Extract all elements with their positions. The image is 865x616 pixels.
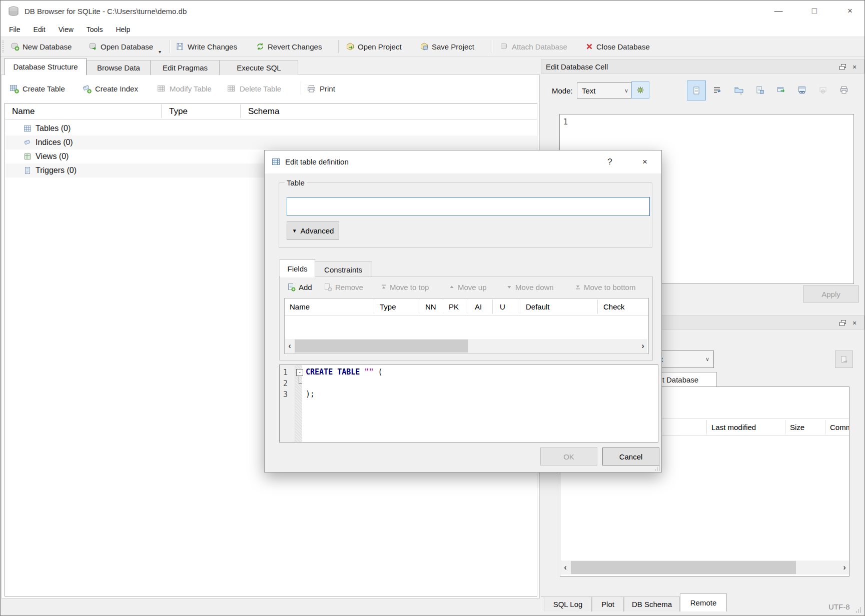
dialog-close-icon[interactable]: × — [637, 154, 652, 170]
minimize-icon[interactable]: — — [770, 4, 787, 18]
advanced-button[interactable]: ▼ Advanced — [287, 222, 339, 240]
column-divider[interactable] — [492, 300, 493, 314]
tree-item-indices[interactable]: Indices (0) — [6, 136, 537, 150]
column-divider[interactable] — [161, 104, 162, 118]
column-divider[interactable] — [420, 300, 420, 314]
scroll-right-icon[interactable]: › — [638, 339, 647, 353]
remove-field-button[interactable]: Remove — [324, 280, 363, 294]
field-column-check[interactable]: Check — [603, 298, 625, 315]
tab-constraints[interactable]: Constraints — [314, 262, 372, 278]
dialog-resize-grip[interactable] — [654, 464, 661, 472]
fields-horizontal-scrollbar[interactable]: ‹ › — [285, 339, 647, 353]
field-column-ai[interactable]: AI — [475, 298, 482, 315]
column-commit[interactable]: Comm — [830, 419, 849, 436]
field-column-pk[interactable]: PK — [449, 298, 459, 315]
tree-item-tables[interactable]: Tables (0) — [6, 122, 537, 136]
attach-database-button[interactable]: Attach Database — [500, 37, 567, 56]
table-name-input[interactable] — [287, 197, 650, 216]
float-panel-icon[interactable] — [837, 62, 847, 72]
column-divider[interactable] — [443, 300, 443, 314]
move-down-button[interactable]: Move down — [506, 280, 554, 294]
auto-switch-mode-button[interactable] — [631, 82, 649, 98]
menu-help[interactable]: Help — [116, 26, 130, 34]
menu-view[interactable]: View — [59, 26, 74, 34]
scrollbar-thumb[interactable] — [295, 340, 468, 352]
close-panel-icon[interactable]: × — [849, 62, 859, 72]
text-mode-button[interactable] — [687, 80, 706, 100]
column-divider[interactable] — [597, 300, 598, 314]
help-icon[interactable]: ? — [602, 154, 617, 170]
move-to-top-button[interactable]: Move to top — [381, 280, 429, 294]
tree-column-type[interactable]: Type — [169, 104, 188, 119]
move-up-button[interactable]: Move up — [449, 280, 487, 294]
column-divider[interactable] — [825, 420, 825, 434]
column-size[interactable]: Size — [790, 419, 804, 436]
push-database-button[interactable] — [835, 350, 853, 368]
column-divider[interactable] — [468, 300, 468, 314]
tab-database-structure[interactable]: Database Structure — [5, 58, 87, 75]
maximize-icon[interactable]: □ — [806, 4, 823, 18]
word-wrap-button[interactable] — [708, 80, 726, 100]
sql-preview-editor[interactable]: 1 2 3 - CREATE TABLE "" ( ); — [279, 364, 658, 442]
toolbar-grip[interactable] — [3, 40, 5, 52]
scroll-left-icon[interactable]: ‹ — [285, 339, 294, 353]
remote-horizontal-scrollbar[interactable]: ‹ › — [561, 560, 849, 574]
write-changes-button[interactable]: Write Changes — [176, 37, 237, 56]
close-panel-icon[interactable]: × — [849, 318, 859, 328]
tab-fields[interactable]: Fields — [280, 259, 315, 278]
tab-db-schema[interactable]: DB Schema — [624, 596, 680, 612]
create-table-button[interactable]: Create Table — [10, 78, 65, 98]
field-column-default[interactable]: Default — [526, 298, 550, 315]
add-field-button[interactable]: Add — [287, 280, 312, 294]
column-last-modified[interactable]: Last modified — [711, 419, 756, 436]
delete-table-button[interactable]: Delete Table — [227, 78, 281, 98]
scroll-right-icon[interactable]: › — [840, 560, 849, 574]
column-divider[interactable] — [706, 420, 707, 434]
export-text-button[interactable] — [751, 80, 769, 100]
set-null-button[interactable] — [814, 80, 832, 100]
menu-file[interactable]: File — [9, 26, 21, 34]
scrollbar-thumb[interactable] — [571, 561, 796, 574]
field-column-nn[interactable]: NN — [425, 298, 436, 315]
open-in-external-button[interactable] — [772, 80, 790, 100]
save-project-button[interactable]: Save Project — [420, 37, 474, 56]
apply-button[interactable]: Apply — [803, 286, 859, 302]
menu-tools[interactable]: Tools — [87, 26, 103, 34]
open-project-button[interactable]: Open Project — [346, 37, 402, 56]
field-column-type[interactable]: Type — [380, 298, 396, 315]
tab-remote[interactable]: Remote — [680, 594, 727, 612]
tab-browse-data[interactable]: Browse Data — [87, 60, 151, 75]
fold-marker-icon[interactable]: - — [296, 369, 303, 376]
float-panel-icon[interactable] — [837, 318, 847, 328]
print-cell-button[interactable] — [835, 80, 853, 100]
tab-sql-log[interactable]: SQL Log — [544, 596, 592, 612]
modify-table-button[interactable]: Modify Table — [157, 78, 212, 98]
new-database-button[interactable]: New Database — [11, 37, 72, 56]
menu-edit[interactable]: Edit — [34, 26, 46, 34]
import-text-button[interactable] — [729, 80, 749, 100]
close-database-button[interactable]: Close Database — [585, 37, 650, 56]
column-divider[interactable] — [374, 300, 374, 314]
tab-execute-sql[interactable]: Execute SQL — [220, 60, 298, 75]
column-divider[interactable] — [520, 300, 520, 314]
scroll-left-icon[interactable]: ‹ — [561, 560, 570, 574]
mode-combobox[interactable]: Text ∨ — [577, 82, 633, 98]
open-database-button[interactable]: Open Database — [89, 37, 153, 56]
ok-button[interactable]: OK — [540, 448, 597, 466]
edit-cell-dock-header[interactable]: Edit Database Cell × — [541, 60, 864, 74]
cancel-button[interactable]: Cancel — [602, 448, 659, 466]
open-database-dropdown-icon[interactable]: ▾ — [159, 49, 161, 54]
move-to-bottom-button[interactable]: Move to bottom — [575, 280, 635, 294]
column-divider[interactable] — [240, 104, 241, 118]
create-index-button[interactable]: Create Index — [82, 78, 138, 98]
print-button[interactable]: Print — [307, 78, 335, 98]
tree-column-schema[interactable]: Schema — [248, 104, 279, 119]
window-resize-grip[interactable] — [855, 606, 862, 614]
tab-edit-pragmas[interactable]: Edit Pragmas — [151, 60, 220, 75]
field-column-name[interactable]: Name — [290, 298, 310, 315]
field-column-u[interactable]: U — [500, 298, 505, 315]
tree-column-name[interactable]: Name — [12, 104, 35, 119]
link-data-button[interactable] — [793, 80, 811, 100]
close-icon[interactable]: × — [841, 4, 858, 18]
column-divider[interactable] — [785, 420, 785, 434]
